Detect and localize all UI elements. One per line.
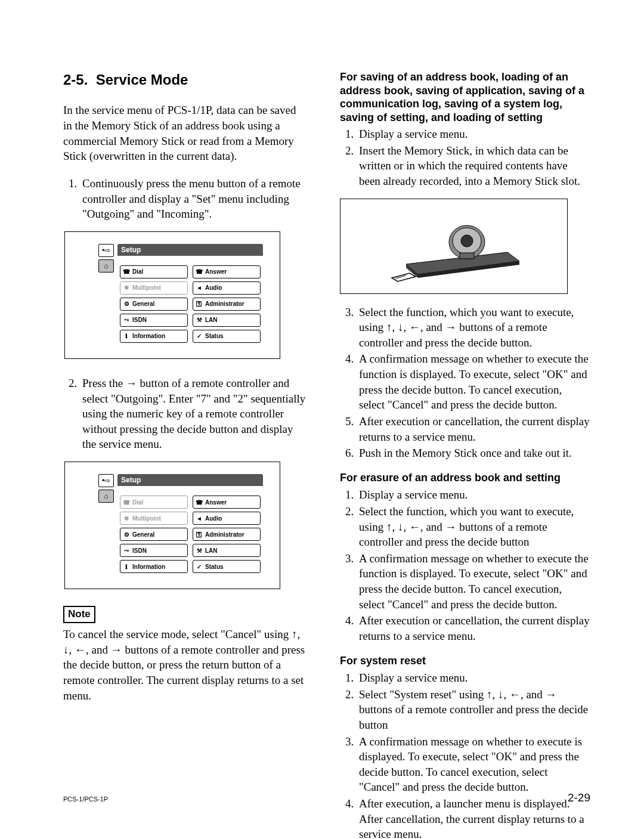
general-icon: ⚙ <box>123 531 130 539</box>
menu-dial-2[interactable]: ☎Dial <box>120 496 188 509</box>
step-2: Press the → button of a remote controlle… <box>80 376 306 452</box>
menu-administrator[interactable]: ⚿Administrator <box>193 298 261 311</box>
heading-erasure: For erasure of an address book and setti… <box>340 470 590 485</box>
multipoint-label: Multipoint <box>132 284 161 292</box>
dial-icon: ☎ <box>123 499 130 507</box>
admin-icon: ⚿ <box>196 300 203 308</box>
list-item: A confirmation message on whether to exe… <box>357 551 590 612</box>
setup-screenshot-2: •⇨ ⌂ Setup ☎Dial ☎Answer ❅Multipoint ◄Au… <box>64 462 280 589</box>
page-footer: PCS-1/PCS-1P 2-29 <box>63 790 590 806</box>
audio-label: Audio <box>205 515 222 523</box>
footer-model: PCS-1/PCS-1P <box>63 795 108 804</box>
heading-reset: For system reset <box>340 654 590 668</box>
lan-icon: ⚒ <box>196 316 203 324</box>
reset-steps: Display a service menu. Select "System r… <box>340 670 590 839</box>
setup-button-grid: ☎Dial ☎Answer ❅Multipoint ◄Audio ⚙Genera… <box>117 256 263 343</box>
menu-administrator-2[interactable]: ⚿Administrator <box>193 528 261 541</box>
answer-label: Answer <box>205 499 227 507</box>
menu-information-2[interactable]: ℹInformation <box>120 560 188 573</box>
saving-steps-pre: Display a service menu. Insert the Memor… <box>340 126 590 189</box>
multipoint-icon: ❅ <box>123 284 130 292</box>
list-item: A confirmation message on whether to exe… <box>357 351 590 413</box>
list-item: Select the function, which you want to e… <box>357 504 590 550</box>
menu-audio[interactable]: ◄Audio <box>193 281 261 295</box>
section-title: 2-5. Service Mode <box>63 70 306 89</box>
menu-answer[interactable]: ☎Answer <box>193 265 261 278</box>
list-item: Select "System reset" using ↑, ↓, ←, and… <box>357 687 590 733</box>
audio-label: Audio <box>205 284 222 292</box>
answer-icon: ☎ <box>196 499 203 507</box>
menu-lan[interactable]: ⚒LAN <box>193 314 261 327</box>
side-icons: •⇨ ⌂ <box>98 244 114 275</box>
setup-title: Setup <box>117 244 263 256</box>
svg-marker-7 <box>392 273 416 281</box>
setup-button-grid-2: ☎Dial ☎Answer ❅Multipoint ◄Audio ⚙Genera… <box>117 486 263 573</box>
menu-information[interactable]: ℹInformation <box>120 330 188 343</box>
menu-general[interactable]: ⚙General <box>120 298 188 311</box>
menu-general-2[interactable]: ⚙General <box>120 528 188 541</box>
info-icon: ℹ <box>123 332 130 340</box>
multipoint-icon: ❅ <box>123 515 130 523</box>
note-text: To cancel the service mode, select "Canc… <box>63 627 306 703</box>
list-item: Display a service menu. <box>357 487 590 503</box>
isdn-icon: ⤳ <box>123 547 130 555</box>
list-item: A confirmation message on whether to exe… <box>357 734 590 795</box>
setup-title-2: Setup <box>117 474 263 486</box>
two-column-layout: 2-5. Service Mode In the service menu of… <box>63 70 590 839</box>
menu-answer-2[interactable]: ☎Answer <box>193 496 261 509</box>
general-icon: ⚙ <box>123 300 130 308</box>
side-icon-outgoing-2: •⇨ <box>98 474 114 487</box>
admin-icon: ⚿ <box>196 531 203 539</box>
device-svg-icon <box>370 208 537 285</box>
general-label: General <box>132 531 154 539</box>
info-icon: ℹ <box>123 563 130 571</box>
side-icon-incoming: ⌂ <box>98 259 114 273</box>
menu-lan-2[interactable]: ⚒LAN <box>193 544 261 557</box>
menu-isdn-2[interactable]: ⤳ISDN <box>120 544 188 557</box>
heading-saving: For saving of an address book, loading o… <box>340 70 590 124</box>
audio-icon: ◄ <box>196 284 203 292</box>
setup-panel: Setup ☎Dial ☎Answer ❅Multipoint ◄Audio ⚙… <box>117 244 263 343</box>
admin-label: Administrator <box>205 300 244 308</box>
info-label: Information <box>132 563 165 571</box>
left-steps-2: Press the → button of a remote controlle… <box>63 376 306 452</box>
lan-label: LAN <box>205 316 218 324</box>
device-illustration <box>340 199 568 294</box>
menu-multipoint-2[interactable]: ❅Multipoint <box>120 512 188 525</box>
saving-steps-post: Select the function, which you want to e… <box>340 305 590 461</box>
status-icon: ✓ <box>196 563 203 571</box>
menu-status-2[interactable]: ✓Status <box>193 560 261 573</box>
note-label: Note <box>63 606 95 623</box>
page: 2-5. Service Mode In the service menu of… <box>0 0 644 839</box>
list-item: After execution or cancellation, the cur… <box>357 414 590 444</box>
svg-point-5 <box>461 235 473 247</box>
answer-label: Answer <box>205 268 227 276</box>
status-label: Status <box>205 332 224 340</box>
left-steps-1: Continuously press the menu button of a … <box>63 176 306 222</box>
menu-audio-2[interactable]: ◄Audio <box>193 512 261 525</box>
dial-icon: ☎ <box>123 268 130 276</box>
side-icon-outgoing: •⇨ <box>98 244 114 257</box>
multipoint-label: Multipoint <box>132 515 161 523</box>
isdn-label: ISDN <box>132 547 147 555</box>
menu-multipoint[interactable]: ❅Multipoint <box>120 281 188 295</box>
status-icon: ✓ <box>196 332 203 340</box>
setup-screenshot-1: •⇨ ⌂ Setup ☎Dial ☎Answer ❅Multipoint ◄Au… <box>64 231 280 359</box>
svg-rect-6 <box>460 253 474 259</box>
side-icons-2: •⇨ ⌂ <box>98 474 114 505</box>
section-name: Service Mode <box>96 72 188 88</box>
list-item: Select the function, which you want to e… <box>357 305 590 351</box>
erasure-steps: Display a service menu. Select the funct… <box>340 487 590 643</box>
lan-label: LAN <box>205 547 218 555</box>
answer-icon: ☎ <box>196 268 203 276</box>
isdn-icon: ⤳ <box>123 316 130 324</box>
menu-dial[interactable]: ☎Dial <box>120 265 188 278</box>
isdn-label: ISDN <box>132 316 147 324</box>
list-item: Push in the Memory Stick once and take o… <box>357 445 590 461</box>
admin-label: Administrator <box>205 531 244 539</box>
section-number: 2-5. <box>63 72 88 88</box>
step-1: Continuously press the menu button of a … <box>80 176 306 222</box>
menu-status[interactable]: ✓Status <box>193 330 261 343</box>
audio-icon: ◄ <box>196 515 203 523</box>
menu-isdn[interactable]: ⤳ISDN <box>120 314 188 327</box>
